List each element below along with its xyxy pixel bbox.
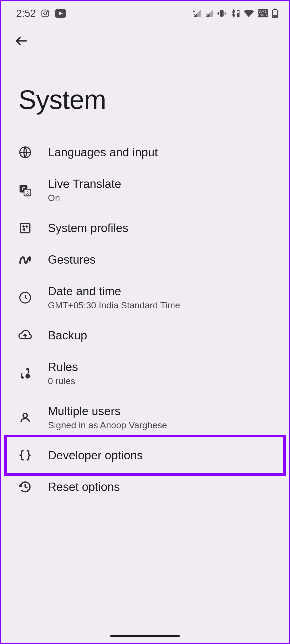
bluetooth-battery-icon: [230, 9, 240, 18]
status-left: 2:52: [16, 8, 66, 19]
svg-point-21: [23, 413, 27, 417]
setting-subtitle: 0 rules: [48, 376, 78, 386]
history-icon: [18, 480, 32, 494]
svg-rect-4: [220, 10, 223, 17]
translate-icon: G 文: [18, 184, 32, 197]
setting-rules[interactable]: Rules 0 rules: [1, 351, 289, 395]
setting-subtitle: On: [48, 193, 121, 203]
svg-point-1: [44, 12, 47, 15]
person-icon: [18, 411, 32, 424]
setting-title: Date and time: [48, 285, 180, 298]
profiles-icon: [18, 221, 32, 235]
svg-rect-16: [21, 223, 30, 233]
cloud-upload-icon: [18, 329, 32, 342]
svg-point-2: [47, 11, 48, 12]
instagram-icon: [41, 9, 50, 18]
setting-title: Languages and input: [48, 146, 158, 159]
wifi-icon: [244, 9, 254, 17]
setting-gestures[interactable]: Gestures: [1, 244, 289, 275]
youtube-icon: [55, 9, 66, 18]
svg-point-18: [26, 226, 27, 227]
gesture-icon: [18, 253, 32, 266]
settings-list: Languages and input G 文 Live Translate O…: [1, 137, 289, 503]
call-signal-icon-1: [193, 9, 201, 18]
svg-rect-9: [274, 9, 276, 10]
setting-subtitle: GMT+05:30 India Standard Time: [48, 300, 180, 310]
setting-developer-options[interactable]: Developer options: [1, 440, 289, 471]
highlight-annotation: [4, 435, 286, 476]
setting-title: System profiles: [48, 221, 128, 235]
volte-badge: Voº 1 LTE 2: [258, 9, 268, 17]
setting-title: Rules: [48, 360, 78, 374]
setting-live-translate[interactable]: G 文 Live Translate On: [1, 168, 289, 212]
page-title: System: [1, 50, 289, 137]
setting-title: Live Translate: [48, 177, 121, 191]
setting-subtitle: Signed in as Anoop Varghese: [48, 420, 167, 430]
setting-title: Reset options: [48, 480, 120, 494]
rules-icon: [18, 367, 32, 380]
globe-icon: [18, 146, 32, 159]
status-right: Voº 1 LTE 2: [193, 9, 278, 18]
setting-reset-options[interactable]: Reset options: [1, 471, 289, 503]
setting-title: Developer options: [48, 449, 143, 462]
setting-backup[interactable]: Backup: [1, 320, 289, 351]
battery-icon: [272, 9, 278, 18]
clock-icon: [18, 291, 32, 304]
call-signal-icon-2: [205, 9, 214, 18]
status-time: 2:52: [16, 8, 36, 19]
setting-system-profiles[interactable]: System profiles: [1, 212, 289, 244]
svg-point-17: [23, 226, 24, 227]
setting-title: Backup: [48, 329, 87, 342]
svg-point-20: [26, 374, 29, 378]
setting-title: Gestures: [48, 253, 96, 266]
status-bar: 2:52: [1, 1, 289, 23]
vibrate-icon: [218, 9, 226, 18]
braces-icon: [18, 449, 32, 462]
svg-rect-10: [273, 15, 277, 17]
nav-pill[interactable]: [110, 635, 180, 637]
setting-languages-input[interactable]: Languages and input: [1, 137, 289, 168]
setting-multiple-users[interactable]: Multiple users Signed in as Anoop Varghe…: [1, 395, 289, 440]
svg-text:文: 文: [26, 191, 30, 195]
setting-date-time[interactable]: Date and time GMT+05:30 India Standard T…: [1, 275, 289, 320]
setting-title: Multiple users: [48, 404, 167, 418]
svg-rect-7: [237, 13, 239, 17]
svg-rect-6: [238, 10, 238, 10]
back-button[interactable]: [1, 23, 29, 50]
